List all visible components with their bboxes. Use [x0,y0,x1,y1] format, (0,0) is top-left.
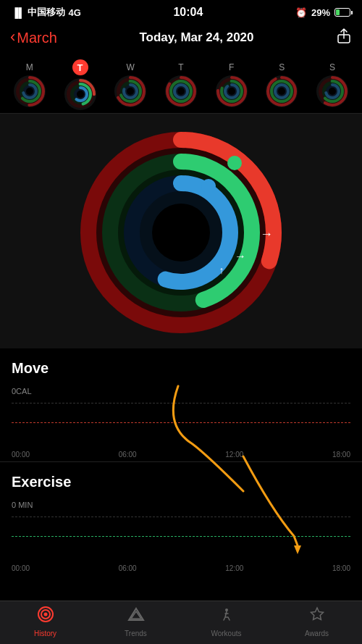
svg-text:→: → [235,250,246,262]
awards-icon [308,606,326,627]
cal-day-sunday[interactable]: S [311,62,354,107]
cal-ring-tuesday [64,78,96,110]
tab-awards[interactable]: Awards [272,606,362,637]
history-icon [37,606,54,627]
back-chevron-icon: ‹ [10,28,15,46]
cal-day-label-s2: S [329,62,335,72]
move-annotation-svg [12,382,350,448]
cal-day-label-th: T [178,62,183,72]
cal-day-tuesday[interactable]: T [59,59,102,110]
cal-day-friday[interactable]: F [210,62,253,107]
activity-ring-svg: → → ↑ [80,131,282,334]
cal-ring-monday [14,75,46,107]
calendar-week: M T [0,57,362,113]
signal-icon: ▐▌ [12,7,25,18]
tab-trends[interactable]: Trends [90,606,181,637]
cal-day-label-t: T [72,59,88,75]
workouts-icon [218,606,235,627]
ex-time-12: 12:00 [225,564,243,572]
cal-ring-wednesday [114,75,146,107]
exercise-annotation-svg [12,496,350,561]
move-time-labels: 00:00 06:00 12:00 18:00 [12,448,350,461]
trends-icon [127,606,145,627]
cal-ring-sunday [316,75,348,107]
cal-ring-thursday [165,75,197,107]
svg-point-53 [152,204,210,262]
svg-point-59 [227,156,242,170]
time-label-12: 12:00 [225,451,243,459]
trends-label: Trends [125,630,147,637]
history-label: History [34,630,56,637]
svg-text:↑: ↑ [219,264,224,276]
svg-marker-73 [311,608,323,619]
svg-point-25 [177,88,185,95]
share-button[interactable] [336,28,352,48]
tab-workouts[interactable]: Workouts [181,606,272,637]
cal-day-label-f: F [229,62,234,72]
svg-point-69 [43,612,47,616]
back-label: March [17,30,57,46]
status-icons: ⏰ 29% [295,7,350,18]
time-label-18: 18:00 [332,451,350,459]
nav-header: ‹ March Today, Mar 24, 2020 [0,22,362,57]
carrier-info: ▐▌ 中国移动 4G [12,6,81,19]
status-bar: ▐▌ 中国移动 4G 10:04 ⏰ 29% [0,0,362,22]
tab-history[interactable]: History [0,606,90,637]
battery-percent: 29% [311,7,330,18]
exercise-chart: 0 MIN [12,496,350,561]
svg-point-4 [26,88,33,95]
svg-point-18 [127,88,134,95]
battery-icon [334,8,350,17]
cal-ring-friday [216,75,248,107]
time-label-06: 06:00 [119,451,137,459]
page-title: Today, Mar 24, 2020 [139,30,253,45]
big-ring: → → ↑ [80,131,282,334]
ex-time-18: 18:00 [332,564,350,572]
alarm-icon: ⏰ [295,7,307,18]
svg-point-39 [278,88,285,95]
cal-day-label-s1: S [279,62,285,72]
ex-time-06: 06:00 [119,564,137,572]
cal-day-monday[interactable]: M [8,62,51,107]
svg-text:→: → [260,227,273,241]
move-chart: 0CAL [12,382,350,448]
network-type: 4G [68,7,80,18]
exercise-time-labels: 00:00 06:00 12:00 18:00 [12,561,350,575]
svg-point-62 [201,179,216,193]
workouts-label: Workouts [211,630,241,637]
move-title: Move [12,360,350,377]
svg-point-11 [77,91,84,98]
move-section: Move 0CAL 00:00 06:00 12:00 18:00 [0,348,362,461]
cal-day-wednesday[interactable]: W [109,62,152,107]
carrier-label: 中国移动 [28,6,65,19]
exercise-section: Exercise 0 MIN 00:00 06:00 12:00 18:00 [0,462,362,575]
cal-day-label-w: W [127,62,135,72]
svg-marker-66 [294,545,301,554]
cal-day-saturday[interactable]: S [260,62,303,107]
svg-point-32 [228,88,235,95]
awards-label: Awards [305,630,329,637]
ex-time-00: 00:00 [12,564,30,572]
exercise-title: Exercise [12,474,350,490]
svg-point-56 [174,133,188,147]
share-icon [336,28,352,44]
main-content: → → ↑ Move 0CAL 00:00 06:00 12:00 18: [0,114,362,622]
cal-day-label-m: M [26,62,33,72]
tab-bar: History Trends Workouts Awards [0,601,362,644]
time-display: 10:04 [173,6,203,19]
svg-point-46 [329,88,336,95]
cal-ring-saturday [266,75,298,107]
activity-ring-section: → → ↑ [0,114,362,348]
back-button[interactable]: ‹ March [10,29,57,46]
cal-day-thursday[interactable]: T [159,62,203,107]
time-label-00: 00:00 [12,451,30,459]
